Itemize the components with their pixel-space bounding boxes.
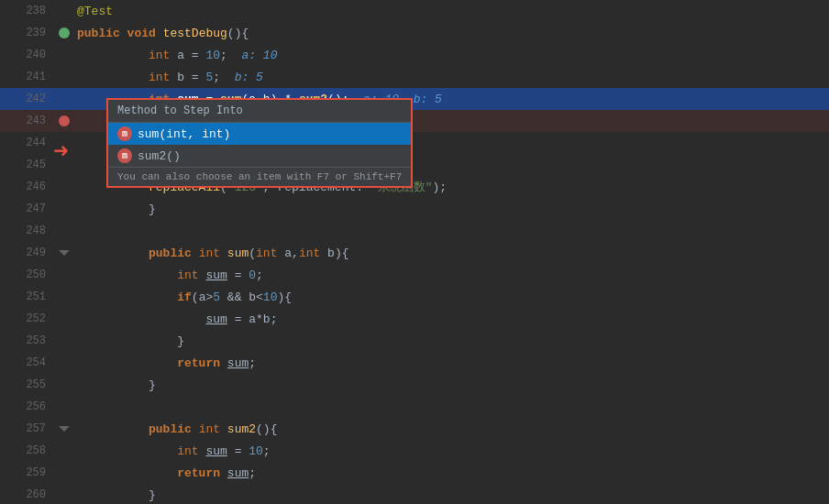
step-into-popup[interactable]: Method to Step Into m sum(int, int) m su… [106, 98, 413, 188]
line-number-257: 257 [0, 422, 55, 435]
line-number-248: 248 [0, 225, 55, 237]
line-260: 260 } [0, 484, 829, 504]
popup-item-sum2[interactable]: m sum2() [108, 145, 411, 167]
line-number-247: 247 [0, 203, 55, 215]
line-number-249: 249 [0, 247, 55, 259]
gutter-249 [55, 250, 73, 256]
line-number-246: 246 [0, 181, 55, 193]
breakpoint-red-icon [59, 115, 70, 126]
fold-icon-257[interactable] [59, 426, 70, 432]
annotation-test: @Test [77, 5, 113, 18]
code-editor: 238 @Test 239 public void testDebug(){ 2… [0, 0, 829, 504]
line-255: 255 } [0, 374, 829, 396]
popup-title: Method to Step Into [108, 100, 411, 123]
line-number-256: 256 [0, 400, 55, 413]
line-247: 247 } [0, 198, 829, 220]
method-icon-sum: m [117, 126, 132, 141]
line-number-244: 244 [0, 137, 55, 149]
line-number-238: 238 [0, 5, 55, 17]
popup-item-sum[interactable]: m sum(int, int) [108, 123, 411, 145]
method-icon-sum2: m [117, 148, 132, 163]
gutter-243 [55, 115, 73, 126]
line-number-250: 250 [0, 268, 55, 281]
gutter-257 [55, 426, 73, 432]
line-number-240: 240 [0, 49, 55, 61]
line-number-253: 253 [0, 334, 55, 347]
line-number-255: 255 [0, 378, 55, 391]
line-number-258: 258 [0, 444, 55, 457]
line-number-260: 260 [0, 488, 55, 501]
line-number-242: 242 [0, 93, 55, 105]
line-number-245: 245 [0, 159, 55, 171]
line-number-254: 254 [0, 356, 55, 369]
debug-arrow-icon: ➜ [53, 136, 69, 167]
line-number-243: 243 [0, 115, 55, 127]
popup-item-sum-label: sum(int, int) [138, 127, 230, 141]
popup-item-sum2-label: sum2() [138, 149, 181, 163]
popup-footer: You can also choose an item with F7 or S… [108, 167, 411, 186]
gutter-239 [55, 27, 73, 38]
content-239: public void testDebug(){ [73, 27, 829, 40]
fold-icon-249[interactable] [59, 250, 70, 256]
line-number-239: 239 [0, 27, 55, 39]
line-number-259: 259 [0, 466, 55, 479]
content-238: @Test [73, 5, 829, 18]
breakpoint-green-icon [59, 27, 70, 38]
line-238: 238 @Test [0, 0, 829, 22]
content-260: } [73, 475, 829, 505]
line-number-241: 241 [0, 71, 55, 83]
line-number-252: 252 [0, 312, 55, 325]
line-number-251: 251 [0, 290, 55, 303]
